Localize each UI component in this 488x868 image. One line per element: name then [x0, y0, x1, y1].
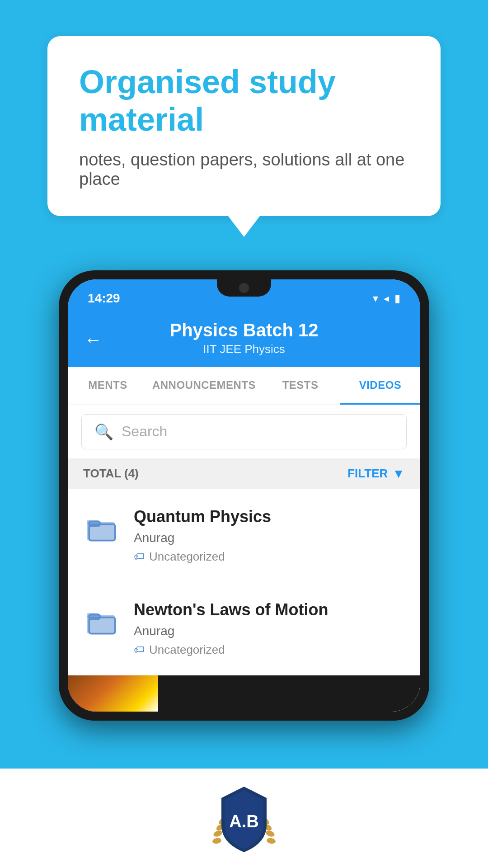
svg-text:A.B: A.B: [229, 812, 258, 831]
back-button[interactable]: ←: [84, 329, 102, 349]
item-title: Newton's Laws of Motion: [134, 600, 404, 619]
item-author: Anurag: [134, 624, 404, 638]
tab-announcements[interactable]: ANNOUNCEMENTS: [148, 367, 260, 405]
list-item[interactable]: Quantum Physics Anurag 🏷 Uncategorized: [68, 489, 420, 582]
tab-videos[interactable]: VIDEOS: [340, 367, 420, 405]
tabs-bar: MENTS ANNOUNCEMENTS TESTS VIDEOS: [68, 367, 420, 405]
item-info: Quantum Physics Anurag 🏷 Uncategorized: [134, 507, 404, 564]
logo-shield: A.B: [212, 782, 276, 854]
shield-logo-svg: A.B: [212, 782, 276, 854]
promo-section: Organised study material notes, question…: [0, 0, 488, 216]
tag-label: Uncategorized: [149, 643, 225, 657]
bottom-logo-area: A.B: [0, 769, 488, 868]
search-icon: 🔍: [94, 423, 113, 441]
item-tag: 🏷 Uncategorized: [134, 550, 404, 564]
list-item[interactable]: Newton's Laws of Motion Anurag 🏷 Uncateg…: [68, 582, 420, 675]
phone-mockup: 14:29 ▾ ◂ ▮ ← Physics Batch 12 IIT JEE P…: [59, 270, 429, 721]
search-placeholder: Search: [122, 423, 167, 440]
header-subtitle: IIT JEE Physics: [86, 342, 402, 356]
filter-row: TOTAL (4) FILTER ▼: [68, 458, 420, 489]
tab-assignments[interactable]: MENTS: [68, 367, 148, 405]
tab-tests[interactable]: TESTS: [260, 367, 340, 405]
filter-label: FILTER: [347, 467, 388, 481]
item-info: Newton's Laws of Motion Anurag 🏷 Uncateg…: [134, 600, 404, 657]
status-icons: ▾ ◂ ▮: [373, 292, 400, 305]
item-title: Quantum Physics: [134, 507, 404, 526]
svg-point-10: [212, 837, 222, 844]
svg-point-9: [213, 830, 223, 838]
filter-button[interactable]: FILTER ▼: [347, 467, 405, 481]
status-time: 14:29: [88, 291, 120, 306]
total-label: TOTAL (4): [83, 467, 139, 481]
signal-icon: ◂: [384, 292, 389, 305]
search-box[interactable]: 🔍 Search: [81, 414, 407, 449]
item-tag: 🏷 Uncategorized: [134, 643, 404, 657]
phone-camera: [239, 283, 249, 293]
svg-point-14: [265, 830, 276, 838]
thumbnail-gradient: [68, 675, 158, 712]
phone-screen: 14:29 ▾ ◂ ▮ ← Physics Batch 12 IIT JEE P…: [68, 279, 420, 712]
filter-icon: ▼: [392, 467, 405, 481]
wifi-icon: ▾: [373, 292, 378, 305]
tag-icon: 🏷: [134, 643, 145, 656]
search-container: 🔍 Search: [68, 405, 420, 458]
tag-icon: 🏷: [134, 550, 145, 563]
folder-icon: [84, 603, 120, 639]
header-title: Physics Batch 12: [86, 320, 402, 340]
item-author: Anurag: [134, 531, 404, 545]
battery-icon: ▮: [394, 292, 400, 305]
folder-icon: [84, 510, 120, 546]
list-container: Quantum Physics Anurag 🏷 Uncategorized: [68, 489, 420, 712]
promo-title: Organised study material: [79, 63, 409, 138]
tag-label: Uncategorized: [149, 550, 225, 564]
phone-wrapper: 14:29 ▾ ◂ ▮ ← Physics Batch 12 IIT JEE P…: [0, 270, 488, 721]
svg-point-15: [266, 837, 276, 844]
bottom-partial-item: [68, 675, 420, 712]
app-header: ← Physics Batch 12 IIT JEE Physics: [68, 312, 420, 367]
speech-bubble: Organised study material notes, question…: [47, 36, 441, 216]
promo-subtitle: notes, question papers, solutions all at…: [79, 150, 409, 189]
